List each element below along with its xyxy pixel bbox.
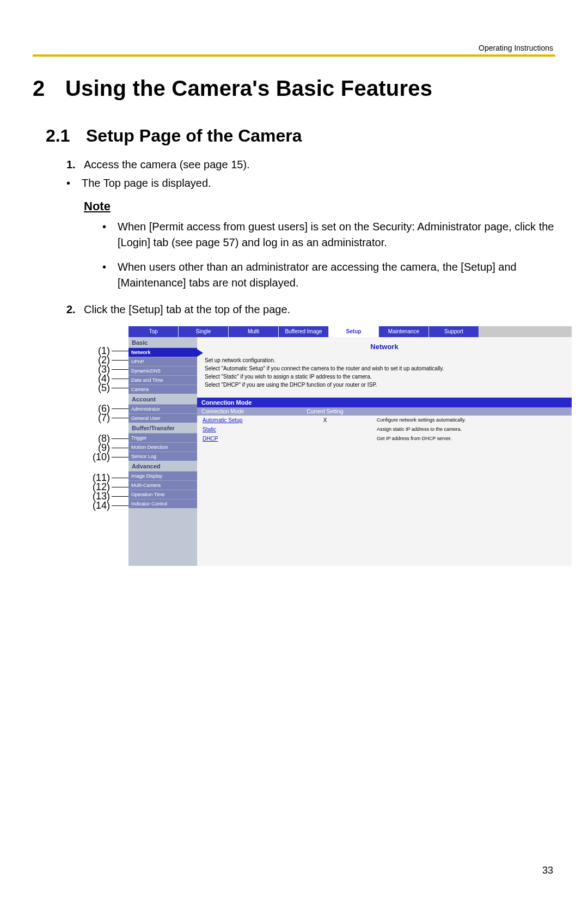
connection-mode-table: Connection Mode Current Setting Automati… [197, 407, 572, 443]
sidebar-item-administrator[interactable]: Administrator [128, 404, 197, 413]
step-number: 1. [66, 157, 84, 173]
note-bullet-2: • When users other than an administrator… [102, 259, 555, 291]
top-tabs: Top Single Multi Buffered Image Setup Ma… [128, 326, 572, 337]
step-2: 2. Click the [Setup] tab at the top of t… [66, 302, 555, 318]
desc-line-3: Select "Static" if you wish to assign a … [205, 373, 564, 381]
callout-14: (14) [87, 501, 110, 510]
sidebar-group-basic: Basic [128, 337, 197, 347]
callout-7: (7) [87, 413, 110, 423]
step-1-bullet: • The Top page is displayed. [66, 177, 555, 190]
note-bullet-1: • When [Permit access from guest users] … [102, 219, 555, 251]
tab-setup[interactable]: Setup [329, 326, 379, 337]
hint-automatic: Configure network settings automatically… [371, 416, 572, 425]
tab-support[interactable]: Support [429, 326, 479, 337]
step-number: 2. [66, 302, 84, 318]
table-row: DHCP Get IP address from DHCP server. [197, 434, 572, 443]
page-number: 33 [542, 865, 553, 876]
bullet-text: When users other than an administrator a… [118, 259, 555, 291]
tab-single[interactable]: Single [179, 326, 229, 337]
desc-line-4: Select "DHCP" if you are using the DHCP … [205, 381, 564, 389]
callout-5: (5) [87, 383, 110, 393]
setup-sidebar: Basic Network UPnP DynamicDNS Date and T… [128, 337, 197, 566]
sidebar-item-general-user[interactable]: General User [128, 413, 197, 423]
th-current-setting: Current Setting [279, 407, 371, 416]
bullet-text: The Top page is displayed. [82, 177, 211, 190]
link-automatic-setup[interactable]: Automatic Setup [197, 416, 279, 425]
bullet-text: When [Permit access from guest users] is… [118, 219, 555, 251]
callout-labels: (1) (2) (3) (4) (5) (6) (7) (8) (9) (10)… [87, 344, 128, 510]
chapter-title: Using the Camera's Basic Features [65, 76, 432, 100]
sidebar-item-date-and-time[interactable]: Date and Time [128, 375, 197, 385]
sidebar-item-network[interactable]: Network [128, 347, 197, 357]
desc-line-2: Select "Automatic Setup" if you connect … [205, 364, 564, 373]
sidebar-item-dynamicdns[interactable]: DynamicDNS [128, 366, 197, 375]
header-running-title: Operating Instructions [479, 44, 553, 52]
table-row: Static Assign static IP address to the c… [197, 425, 572, 434]
section-title: Setup Page of the Camera [86, 126, 302, 145]
tab-multi[interactable]: Multi [229, 326, 279, 337]
step-text: Click the [Setup] tab at the top of the … [84, 302, 555, 318]
embedded-screenshot: (1) (2) (3) (4) (5) (6) (7) (8) (9) (10)… [87, 326, 572, 566]
setup-content: Network Set up network configuration. Se… [197, 337, 572, 566]
th-connection-mode: Connection Mode [197, 407, 279, 416]
sidebar-item-multi-camera[interactable]: Multi-Camera [128, 480, 197, 490]
chapter-heading: 2Using the Camera's Basic Features [33, 76, 555, 101]
tab-maintenance[interactable]: Maintenance [379, 326, 429, 337]
table-row: Automatic Setup X Configure network sett… [197, 416, 572, 425]
panel-description: Set up network configuration. Select "Au… [197, 356, 572, 394]
hint-static: Assign static IP address to the camera. [371, 425, 572, 434]
callout-10: (10) [87, 453, 110, 462]
sidebar-item-sensor-log[interactable]: Sensor Log [128, 452, 197, 461]
header-divider [33, 54, 555, 57]
hint-dhcp: Get IP address from DHCP server. [371, 434, 572, 443]
current-setting-static [279, 425, 371, 434]
tab-top[interactable]: Top [128, 326, 179, 337]
link-static[interactable]: Static [197, 425, 279, 434]
sidebar-item-motion-detection[interactable]: Motion Detection [128, 442, 197, 452]
camera-ui: Top Single Multi Buffered Image Setup Ma… [128, 326, 572, 566]
bullet-icon: • [102, 219, 118, 251]
sidebar-item-camera[interactable]: Camera [128, 385, 197, 394]
sidebar-group-account: Account [128, 394, 197, 404]
sidebar-item-trigger[interactable]: Trigger [128, 433, 197, 442]
current-setting-automatic: X [279, 416, 371, 425]
desc-line-1: Set up network configuration. [205, 356, 564, 364]
sidebar-item-operation-time[interactable]: Operation Time [128, 490, 197, 499]
section-heading: 2.1Setup Page of the Camera [46, 126, 555, 146]
section-number: 2.1 [46, 126, 86, 146]
sidebar-item-upnp[interactable]: UPnP [128, 357, 197, 366]
sidebar-item-indicator-control[interactable]: Indicator Control [128, 499, 197, 508]
bullet-icon: • [102, 259, 118, 291]
current-setting-dhcp [279, 434, 371, 443]
sidebar-group-advanced: Advanced [128, 461, 197, 471]
th-hint [371, 407, 572, 416]
step-text: Access the camera (see page 15). [84, 157, 555, 173]
link-dhcp[interactable]: DHCP [197, 434, 279, 443]
sidebar-group-buffer-transfer: Buffer/Transfer [128, 423, 197, 433]
bullet-icon: • [66, 177, 82, 190]
connection-mode-header: Connection Mode [197, 398, 572, 407]
note-heading: Note [84, 199, 555, 213]
panel-title: Network [197, 337, 572, 356]
sidebar-item-image-display[interactable]: Image Display [128, 471, 197, 480]
step-1: 1. Access the camera (see page 15). [66, 157, 555, 173]
tab-buffered-image[interactable]: Buffered Image [279, 326, 329, 337]
chapter-number: 2 [33, 76, 65, 101]
